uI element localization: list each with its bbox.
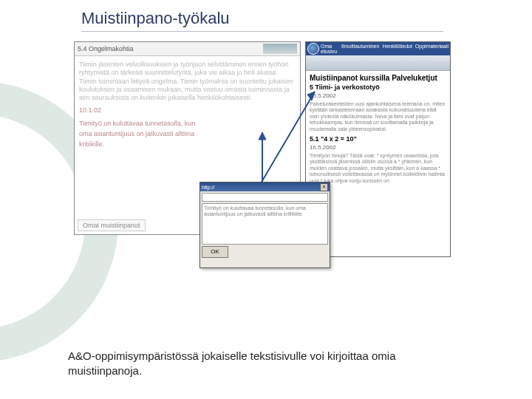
content-page-heading: 5.4 Ongelmakohtia — [78, 45, 134, 52]
nav-material[interactable]: Oppimateriaali — [415, 44, 449, 54]
notes-page-title: Muistiinpanot kurssilla Palveluketjut — [310, 74, 446, 82]
screenshot-collage: 5.4 Ongelmakohtia Tiimin jäsenten velvol… — [74, 41, 451, 270]
ok-button[interactable]: OK — [202, 246, 228, 258]
note-editor-popup: http:// × Tiimityö on kuluttavaa tunneta… — [200, 182, 330, 268]
header-thumbnail — [263, 44, 297, 54]
popup-title: http:// — [202, 185, 215, 190]
slide-title-area: Muistiinpano-työkalu — [81, 9, 443, 32]
content-page-header: 5.4 Ongelmakohtia — [75, 42, 300, 56]
svg-marker-3 — [259, 132, 266, 140]
popup-address-bar[interactable] — [202, 193, 328, 202]
slide-caption: A&O-oppimisympäristössä jokaiselle tekst… — [68, 349, 467, 379]
nav-enroll[interactable]: Ilmoittautuminen — [341, 44, 379, 54]
own-notes-button[interactable]: Omat muistiinpanot — [78, 219, 146, 231]
slide-title: Muistiinpano-työkalu — [81, 9, 443, 28]
title-underline — [81, 31, 443, 32]
ao-logo-icon — [307, 43, 319, 55]
nav-profile[interactable]: Henkilötiedot — [382, 44, 412, 54]
note-textarea[interactable]: Tiimityö on kuluttavaa tunnetasolla, kun… — [202, 203, 328, 245]
nav-home[interactable]: Oma etusivu — [321, 44, 338, 54]
svg-marker-1 — [307, 92, 315, 100]
top-nav: Oma etusivu Ilmoittautuminen Henkilötied… — [306, 42, 450, 55]
course-banner — [306, 55, 450, 71]
arrow-popup-to-left — [255, 126, 270, 185]
